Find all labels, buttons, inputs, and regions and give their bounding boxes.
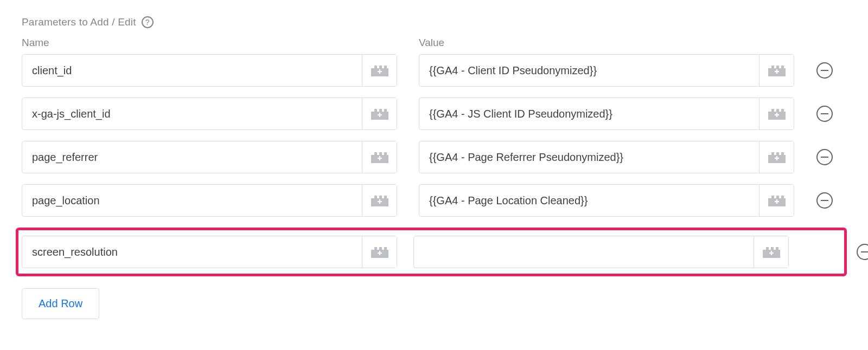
svg-rect-11 (776, 156, 777, 160)
value-field (419, 54, 794, 87)
brick-plus-icon (371, 151, 389, 164)
svg-rect-13 (379, 199, 380, 204)
insert-variable-button[interactable] (362, 236, 397, 268)
remove-row-button[interactable] (816, 62, 833, 79)
section-title: Parameters to Add / Edit (22, 16, 136, 28)
parameter-row (22, 54, 846, 87)
brick-plus-icon (371, 245, 389, 258)
name-input[interactable] (22, 141, 362, 173)
insert-variable-button[interactable] (759, 185, 794, 216)
name-input[interactable] (22, 98, 362, 129)
insert-variable-button[interactable] (362, 55, 397, 86)
svg-rect-19 (770, 251, 771, 255)
insert-variable-button[interactable] (759, 141, 794, 173)
remove-button-wrap (816, 106, 833, 122)
rows-container (22, 54, 846, 276)
name-field (22, 54, 397, 87)
name-field (22, 98, 397, 130)
remove-button-wrap (816, 192, 833, 209)
parameter-row (16, 228, 847, 276)
value-input[interactable] (419, 185, 759, 216)
name-input[interactable] (22, 185, 362, 216)
svg-rect-9 (379, 156, 380, 160)
column-headers: Name Value (22, 37, 846, 49)
name-field (22, 141, 397, 173)
insert-variable-button[interactable] (759, 98, 794, 129)
svg-rect-17 (379, 251, 380, 255)
add-row-button[interactable]: Add Row (22, 288, 99, 319)
insert-variable-button[interactable] (362, 141, 397, 173)
insert-variable-button[interactable] (362, 98, 397, 129)
column-header-value: Value (419, 37, 794, 49)
brick-plus-icon (371, 194, 389, 207)
value-input[interactable] (419, 98, 759, 129)
remove-row-button[interactable] (816, 192, 833, 209)
name-field (22, 236, 397, 268)
brick-plus-icon (768, 107, 786, 120)
svg-rect-5 (379, 113, 380, 117)
brick-plus-icon (371, 64, 389, 77)
svg-rect-1 (379, 69, 380, 74)
value-input[interactable] (419, 55, 759, 86)
brick-plus-icon (768, 151, 786, 164)
value-field (413, 236, 789, 268)
brick-plus-icon (762, 245, 781, 258)
column-header-name: Name (22, 37, 397, 49)
value-field (419, 184, 794, 217)
parameter-row (22, 141, 846, 173)
insert-variable-button[interactable] (754, 236, 788, 268)
remove-button-wrap (816, 62, 833, 79)
insert-variable-button[interactable] (362, 185, 397, 216)
value-input[interactable] (414, 236, 754, 268)
remove-row-button[interactable] (816, 106, 833, 122)
remove-row-button[interactable] (816, 149, 833, 165)
name-input[interactable] (22, 236, 362, 268)
value-field (419, 141, 794, 173)
remove-row-button[interactable] (857, 244, 868, 260)
section-header: Parameters to Add / Edit ? (22, 16, 846, 28)
brick-plus-icon (371, 107, 389, 120)
help-icon[interactable]: ? (142, 16, 154, 28)
svg-rect-7 (776, 113, 777, 117)
remove-button-wrap (856, 244, 868, 260)
name-field (22, 184, 397, 217)
remove-button-wrap (816, 149, 833, 165)
svg-rect-3 (776, 69, 777, 74)
brick-plus-icon (768, 64, 786, 77)
insert-variable-button[interactable] (759, 55, 794, 86)
value-field (419, 98, 794, 130)
svg-rect-15 (776, 199, 777, 204)
brick-plus-icon (768, 194, 786, 207)
value-input[interactable] (419, 141, 759, 173)
name-input[interactable] (22, 55, 362, 86)
parameter-row (22, 98, 846, 130)
parameter-row (22, 184, 846, 217)
